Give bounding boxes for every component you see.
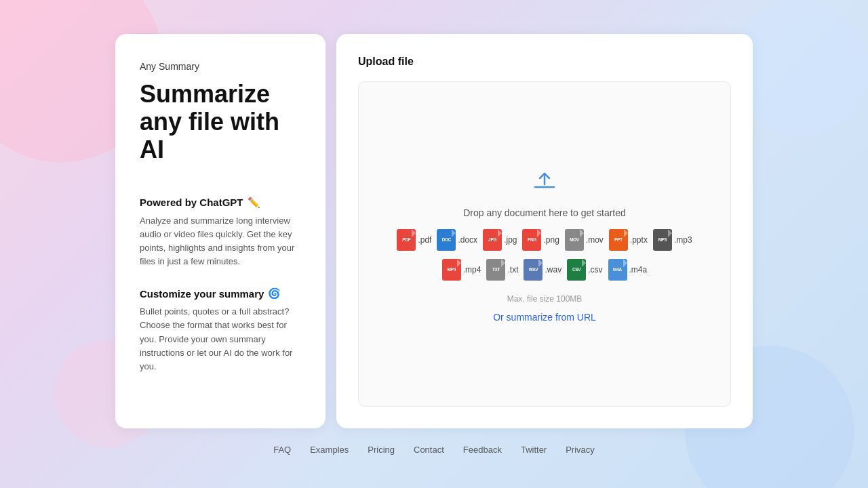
sparkle-icon: 🌀 bbox=[268, 287, 281, 300]
footer-link-feedback[interactable]: Feedback bbox=[463, 445, 502, 455]
jpg-icon: JPG bbox=[483, 229, 502, 251]
filetype-jpg: JPG .jpg bbox=[483, 229, 517, 251]
pptx-icon: PPT bbox=[609, 229, 628, 251]
mp4-icon: MP4 bbox=[442, 259, 461, 281]
footer-link-faq[interactable]: FAQ bbox=[273, 445, 291, 455]
filetype-pptx: PPT .pptx bbox=[609, 229, 648, 251]
filetype-wav: WAV .wav bbox=[524, 259, 561, 281]
feature-customize: Customize your summary 🌀 Bullet points, … bbox=[140, 287, 301, 373]
file-types-row-2: MP4 .mp4 TXT .txt WAV .wav CSV .csv M4A bbox=[442, 259, 647, 281]
feature-chatgpt-desc: Analyze and summarize long interview aud… bbox=[140, 214, 301, 269]
footer-link-examples[interactable]: Examples bbox=[310, 445, 349, 455]
headline: Summarize any file with AI bbox=[140, 80, 301, 164]
feature-chatgpt-title: Powered by ChatGPT ✏️ bbox=[140, 197, 301, 209]
feature-customize-title: Customize your summary 🌀 bbox=[140, 287, 301, 300]
wav-icon: WAV bbox=[524, 259, 542, 281]
file-types-row: PDF .pdf DOC .docx JPG .jpg PNG .png MOV bbox=[397, 229, 692, 251]
feature-customize-desc: Bullet points, quotes or a full abstract… bbox=[140, 305, 301, 373]
feature-chatgpt: Powered by ChatGPT ✏️ Analyze and summar… bbox=[140, 197, 301, 269]
filetype-m4a: M4A .m4a bbox=[608, 259, 648, 281]
txt-icon: TXT bbox=[486, 259, 505, 281]
pencil-icon: ✏️ bbox=[248, 197, 260, 209]
mov-icon: MOV bbox=[565, 229, 584, 251]
right-card: Upload file Drop any document here to ge… bbox=[336, 34, 753, 428]
filetype-mov: MOV .mov bbox=[565, 229, 604, 251]
filetype-pdf: PDF .pdf bbox=[397, 229, 431, 251]
drop-text: Drop any document here to get started bbox=[463, 207, 626, 218]
main-content: Any Summary Summarize any file with AI P… bbox=[115, 34, 753, 428]
summarize-url-link[interactable]: Or summarize from URL bbox=[493, 312, 596, 323]
filetype-png: PNG .png bbox=[522, 229, 559, 251]
max-file-size: Max. file size 100MB bbox=[507, 294, 583, 304]
app-name: Any Summary bbox=[140, 61, 301, 72]
footer-link-pricing[interactable]: Pricing bbox=[368, 445, 395, 455]
footer: FAQExamplesPricingContactFeedbackTwitter… bbox=[273, 445, 595, 455]
footer-link-twitter[interactable]: Twitter bbox=[521, 445, 547, 455]
csv-icon: CSV bbox=[567, 259, 586, 281]
m4a-icon: M4A bbox=[608, 259, 627, 281]
footer-link-contact[interactable]: Contact bbox=[414, 445, 444, 455]
pdf-icon: PDF bbox=[397, 229, 416, 251]
docx-icon: DOC bbox=[437, 229, 456, 251]
filetype-csv: CSV .csv bbox=[567, 259, 602, 281]
bg-blob-tr bbox=[732, 0, 868, 136]
filetype-mp3: MP3 .mp3 bbox=[653, 229, 692, 251]
mp3-icon: MP3 bbox=[653, 229, 672, 251]
filetype-txt: TXT .txt bbox=[486, 259, 518, 281]
filetype-mp4: MP4 .mp4 bbox=[442, 259, 481, 281]
footer-link-privacy[interactable]: Privacy bbox=[566, 445, 595, 455]
dropzone[interactable]: Drop any document here to get started PD… bbox=[358, 81, 731, 407]
upload-icon-wrap bbox=[530, 165, 559, 198]
png-icon: PNG bbox=[522, 229, 541, 251]
filetype-docx: DOC .docx bbox=[437, 229, 477, 251]
left-card: Any Summary Summarize any file with AI P… bbox=[115, 34, 326, 428]
upload-title: Upload file bbox=[358, 56, 731, 68]
upload-icon bbox=[530, 165, 559, 195]
